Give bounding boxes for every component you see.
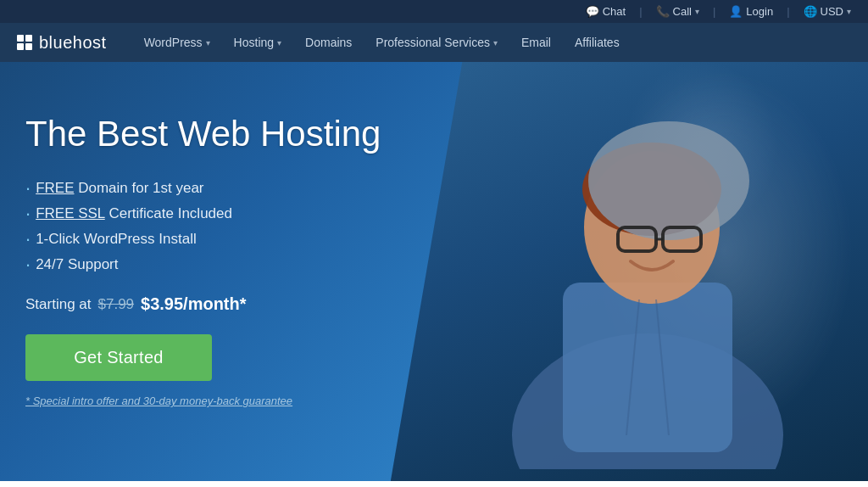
user-icon: 👤 (729, 5, 743, 18)
nav-item-professional-services: Professional Services ▾ (364, 24, 509, 61)
hero-section: The Best Web Hosting FREE Domain for 1st… (0, 62, 868, 481)
nav-label-email: Email (521, 36, 551, 49)
old-price: $7.99 (98, 296, 135, 313)
nav-link-email[interactable]: Email (509, 24, 563, 61)
currency-selector[interactable]: 🌐 USD ▾ (804, 5, 851, 18)
call-chevron: ▾ (695, 7, 699, 16)
nav-link-hosting[interactable]: Hosting ▾ (222, 24, 293, 61)
currency-chevron: ▾ (847, 7, 851, 16)
feature-wordpress: 1-Click WordPress Install (36, 231, 197, 248)
nav-label-professional-services: Professional Services (376, 36, 490, 49)
nav-label-wordpress: WordPress (144, 36, 203, 49)
nav-link-affiliates[interactable]: Affiliates (563, 24, 632, 61)
brand-name: bluehost (39, 33, 107, 53)
feature-item-1: FREE Domain for 1st year (25, 179, 415, 198)
nav-label-hosting: Hosting (234, 36, 274, 49)
login-label: Login (746, 5, 773, 18)
feature-item-4: 24/7 Support (25, 255, 415, 274)
professional-services-chevron: ▾ (493, 38, 498, 48)
call-label: Call (673, 5, 692, 18)
nav-label-affiliates: Affiliates (575, 36, 620, 49)
svg-rect-1 (563, 283, 732, 452)
wordpress-chevron: ▾ (206, 38, 210, 48)
feature-free-ssl-highlight: FREE SSL (36, 205, 105, 221)
feature-free-domain-highlight: FREE (36, 180, 74, 196)
feature-free-ssl: FREE SSL Certificate Included (36, 205, 232, 222)
login-link[interactable]: 👤 Login (729, 5, 773, 18)
get-started-button[interactable]: Get Started (25, 334, 212, 381)
divider-3: | (787, 5, 789, 18)
feature-support: 24/7 Support (36, 256, 118, 273)
nav-link-professional-services[interactable]: Professional Services ▾ (364, 24, 509, 61)
hosting-chevron: ▾ (277, 38, 281, 48)
pricing-prefix: Starting at (25, 296, 92, 313)
logo-grid-icon (17, 35, 32, 50)
chat-link[interactable]: 💬 Chat (586, 5, 626, 18)
nav-item-domains: Domains (293, 24, 364, 61)
currency-label: USD (821, 5, 843, 18)
nav-item-wordpress: WordPress ▾ (132, 24, 222, 61)
divider-1: | (639, 5, 642, 18)
feature-item-3: 1-Click WordPress Install (25, 230, 415, 249)
chat-icon: 💬 (586, 5, 599, 18)
new-price: $3.95/month* (141, 294, 246, 314)
feature-item-2: FREE SSL Certificate Included (25, 204, 415, 223)
nav-label-domains: Domains (305, 36, 352, 49)
svg-point-4 (588, 121, 749, 240)
flag-icon: 🌐 (804, 5, 817, 18)
nav-link-wordpress[interactable]: WordPress ▾ (132, 24, 222, 61)
nav-link-domains[interactable]: Domains (293, 24, 364, 61)
main-nav: bluehost WordPress ▾ Hosting ▾ Domains P… (0, 23, 868, 62)
utility-bar: 💬 Chat | 📞 Call ▾ | 👤 Login | 🌐 USD ▾ (0, 0, 868, 23)
hero-person-illustration (470, 79, 826, 469)
nav-item-affiliates: Affiliates (563, 24, 632, 61)
nav-item-email: Email (509, 24, 563, 61)
phone-icon: 📞 (656, 5, 670, 18)
nav-list: WordPress ▾ Hosting ▾ Domains Profession… (132, 24, 632, 61)
hero-content: The Best Web Hosting FREE Domain for 1st… (25, 113, 415, 407)
features-list: FREE Domain for 1st year FREE SSL Certif… (25, 179, 415, 274)
feature-free-domain: FREE Domain for 1st year (36, 180, 203, 197)
logo-link[interactable]: bluehost (17, 33, 107, 53)
call-link[interactable]: 📞 Call ▾ (656, 5, 699, 18)
disclaimer-text[interactable]: * Special intro offer and 30-day money-b… (25, 395, 415, 407)
divider-2: | (713, 5, 715, 18)
hero-title: The Best Web Hosting (25, 113, 415, 155)
pricing-line: Starting at $7.99 $3.95/month* (25, 294, 415, 314)
chat-label: Chat (603, 5, 626, 18)
nav-item-hosting: Hosting ▾ (222, 24, 293, 61)
